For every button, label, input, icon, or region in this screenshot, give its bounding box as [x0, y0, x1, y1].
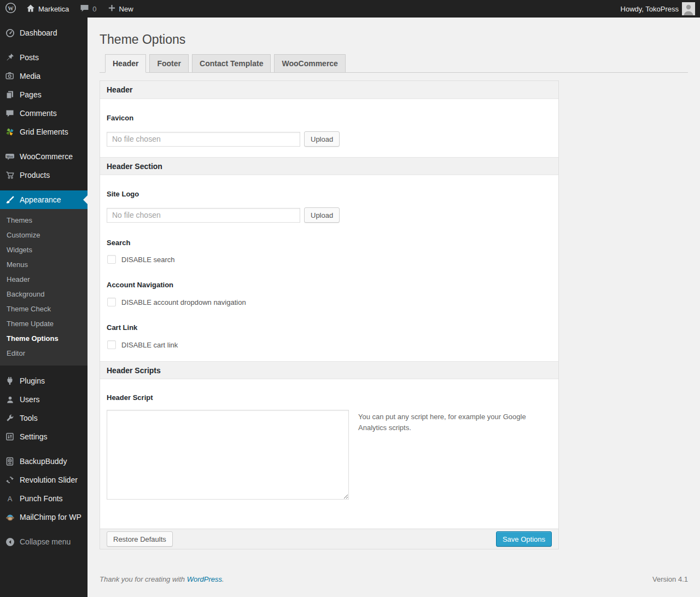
collapse-menu-button[interactable]: Collapse menu — [0, 532, 88, 551]
favicon-upload-button[interactable]: Upload — [304, 131, 340, 147]
wp-logo-menu[interactable]: W — [0, 0, 21, 18]
thanks-suffix: . — [222, 575, 224, 583]
submenu-item-widgets[interactable]: Widgets — [0, 242, 88, 257]
tab-header[interactable]: Header — [105, 54, 146, 73]
disable-search-checkbox[interactable] — [107, 255, 116, 264]
user-icon — [0, 396, 20, 404]
tab-footer[interactable]: Footer — [149, 54, 189, 72]
sidebar-item-label: Media — [20, 72, 40, 80]
sidebar-item-label: Collapse menu — [20, 537, 71, 546]
site-logo-label: Site Logo — [107, 190, 552, 199]
new-label: New — [119, 5, 133, 13]
svg-text:W: W — [8, 5, 14, 11]
sidebar-item-label: Dashboard — [20, 28, 57, 37]
site-name-label: Marketica — [38, 5, 69, 13]
sidebar-item-dashboard[interactable]: Dashboard — [0, 24, 88, 42]
appearance-submenu: Themes Customize Widgets Menus Header Ba… — [0, 209, 88, 366]
sidebar-item-punch-fonts[interactable]: A Punch Fonts — [0, 489, 88, 508]
version-label: Version 4.1 — [652, 575, 688, 583]
sidebar-item-mailchimp[interactable]: MailChimp for WP — [0, 508, 88, 526]
submenu-item-editor[interactable]: Editor — [0, 346, 88, 361]
comments-menu[interactable]: 0 — [74, 0, 102, 18]
collapse-icon — [0, 537, 20, 547]
section-header-section: Header Section — [100, 157, 558, 175]
sidebar-item-plugins[interactable]: Plugins — [0, 372, 88, 390]
svg-text:A: A — [8, 495, 13, 503]
sidebar-item-label: Settings — [20, 432, 48, 441]
section-header-scripts: Header Scripts — [100, 361, 558, 379]
mailchimp-icon — [0, 513, 20, 521]
sidebar-item-label: Users — [20, 395, 40, 404]
comment-count: 0 — [92, 5, 96, 13]
cart-link-label: Cart Link — [107, 323, 552, 332]
new-content-menu[interactable]: New — [102, 0, 139, 18]
sidebar-item-grid-elements[interactable]: Grid Elements — [0, 123, 88, 141]
media-icon — [0, 72, 20, 80]
page-footer: Thank you for creating with WordPress. V… — [100, 575, 688, 583]
howdy-label: Howdy, TokoPress — [621, 5, 679, 13]
submenu-item-background[interactable]: Background — [0, 287, 88, 302]
restore-defaults-button[interactable]: Restore Defaults — [107, 531, 173, 547]
submenu-item-themes[interactable]: Themes — [0, 213, 88, 228]
comment-bubble-icon — [80, 4, 89, 14]
wordpress-link[interactable]: WordPress — [187, 575, 222, 583]
sidebar-item-posts[interactable]: Posts — [0, 48, 88, 67]
disable-search-label: DISABLE search — [121, 256, 175, 264]
header-script-helper-text: You can put any script here, for example… — [358, 410, 528, 500]
disable-account-nav-label: DISABLE account dropdown navigation — [121, 298, 246, 306]
admin-bar: W Marketica 0 New Howdy, TokoPress — [0, 0, 700, 18]
avatar — [682, 2, 695, 15]
sidebar-item-media[interactable]: Media — [0, 67, 88, 85]
submenu-item-theme-check[interactable]: Theme Check — [0, 302, 88, 316]
site-logo-file-input[interactable] — [107, 208, 300, 223]
submenu-item-menus[interactable]: Menus — [0, 257, 88, 272]
sidebar-item-label: Appearance — [20, 195, 61, 204]
sidebar-item-pages[interactable]: Pages — [0, 85, 88, 104]
sidebar-item-revolution-slider[interactable]: Revolution Slider — [0, 471, 88, 489]
site-logo-upload-button[interactable]: Upload — [304, 207, 340, 223]
sidebar-item-label: Posts — [20, 53, 39, 62]
favicon-file-input[interactable] — [107, 132, 300, 147]
main-content: Theme Options Header Footer Contact Temp… — [88, 18, 700, 583]
submenu-item-theme-options[interactable]: Theme Options — [0, 331, 88, 346]
sidebar-item-label: Comments — [20, 109, 57, 118]
header-script-textarea[interactable] — [107, 410, 349, 500]
my-account-menu[interactable]: Howdy, TokoPress — [620, 0, 696, 18]
sidebar-item-appearance[interactable]: Appearance — [0, 190, 88, 209]
home-icon — [26, 4, 35, 14]
pages-icon — [0, 90, 20, 99]
sidebar-item-products[interactable]: Products — [0, 166, 88, 184]
sidebar-item-settings[interactable]: Settings — [0, 427, 88, 446]
theme-options-panel: Header Favicon Upload Header Section Sit… — [100, 80, 559, 549]
sidebar-item-comments[interactable]: Comments — [0, 104, 88, 123]
sidebar-item-label: MailChimp for WP — [20, 513, 81, 521]
sidebar-item-label: Revolution Slider — [20, 476, 78, 484]
tab-contact-template[interactable]: Contact Template — [192, 54, 271, 72]
search-label: Search — [107, 239, 552, 247]
tab-woocommerce[interactable]: WooCommerce — [274, 54, 345, 72]
panel-footer: Restore Defaults Save Options — [100, 529, 558, 549]
section-title: Header Scripts — [107, 366, 161, 375]
disable-cart-link-checkbox[interactable] — [107, 340, 116, 349]
site-name-menu[interactable]: Marketica — [21, 0, 74, 18]
sidebar-item-label: Punch Fonts — [20, 494, 63, 503]
sidebar-item-label: Plugins — [20, 376, 45, 385]
disable-account-nav-checkbox[interactable] — [107, 298, 116, 306]
grid-elements-icon — [0, 127, 20, 136]
sidebar-item-users[interactable]: Users — [0, 390, 88, 409]
sidebar-item-tools[interactable]: Tools — [0, 409, 88, 427]
header-script-label: Header Script — [107, 393, 552, 402]
submenu-item-header[interactable]: Header — [0, 272, 88, 287]
section-title: Header — [107, 85, 132, 94]
sidebar-item-backupbuddy[interactable]: BackupBuddy — [0, 452, 88, 471]
sidebar-item-label: Pages — [20, 90, 42, 99]
svg-text:Woo: Woo — [7, 154, 14, 158]
save-options-button[interactable]: Save Options — [496, 531, 552, 547]
disable-cart-link-label: DISABLE cart link — [121, 341, 178, 349]
settings-icon — [0, 432, 20, 441]
sidebar-item-label: Products — [20, 171, 50, 179]
current-menu-arrow — [83, 195, 88, 204]
submenu-item-customize[interactable]: Customize — [0, 228, 88, 242]
submenu-item-theme-update[interactable]: Theme Update — [0, 316, 88, 331]
sidebar-item-woocommerce[interactable]: Woo WooCommerce — [0, 147, 88, 166]
